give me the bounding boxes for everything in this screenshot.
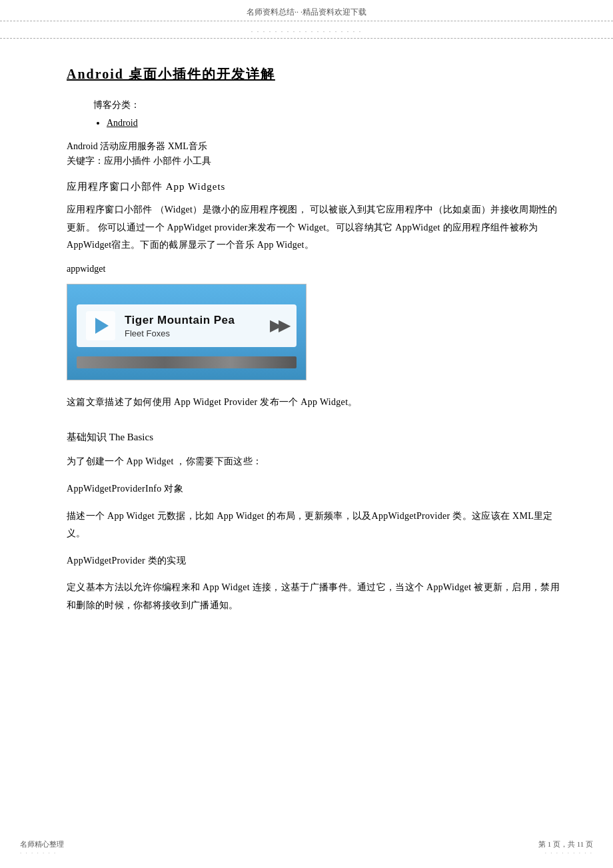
main-content: Android 桌面小插件的开发详解 博客分类： Android Android… (0, 39, 613, 664)
keywords-line1: Android 活动应用服务器 XML音乐 (67, 141, 560, 153)
widget-screenshot: Tiger Mountain Pea Fleet Foxes ▶▶ (67, 284, 306, 380)
appwidget-label: appwidget (67, 264, 560, 274)
page-header: 名师资料总结·· ·精品资料欢迎下载 · · · · · · · · · · ·… (0, 0, 613, 39)
song-artist: Fleet Foxes (125, 328, 261, 338)
widget-progress-bar (77, 356, 297, 368)
paragraph5: 定义基本方法以允许你编程来和 App Widget 连接，这基于广播事件。通过它… (67, 579, 560, 614)
basics-title: 基础知识 The Basics (67, 431, 560, 444)
paragraph2: 这篇文章描述了如何使用 App Widget Provider 发布一个 App… (67, 394, 560, 412)
appwidgetprovider-label: AppWidgetProvider 类的实现 (67, 552, 560, 570)
widget-screenshot-container: Tiger Mountain Pea Fleet Foxes ▶▶ (67, 284, 560, 380)
song-title: Tiger Mountain Pea (125, 314, 251, 327)
footer-left-dots: · · · · · · · (20, 849, 64, 856)
header-dots: · · · · · · · · · · · · · · · · · · · (0, 21, 613, 39)
next-button[interactable]: ▶▶ (270, 317, 287, 334)
page-footer: 名师精心整理 · · · · · · · 第 1 页，共 11 页 · · · … (0, 839, 613, 856)
page-title: Android 桌面小插件的开发详解 (67, 65, 560, 83)
footer-right-label: 第 1 页，共 11 页 (538, 839, 593, 849)
appwidgetproviderinfo-label: AppWidgetProviderInfo 对象 (67, 480, 560, 498)
footer-left: 名师精心整理 · · · · · · · (20, 839, 64, 856)
header-title: 名师资料总结·· ·精品资料欢迎下载 (0, 0, 613, 21)
song-info: Tiger Mountain Pea Fleet Foxes (125, 314, 261, 338)
blog-category-label: 博客分类： (93, 99, 560, 111)
section-app-widgets-title: 应用程序窗口小部件 App Widgets (67, 181, 560, 193)
paragraph1: 应用程序窗口小部件 （Widget）是微小的应用程序视图， 可以被嵌入到其它应用… (67, 201, 560, 254)
widget-inner: Tiger Mountain Pea Fleet Foxes ▶▶ (77, 304, 297, 347)
paragraph4: 描述一个 App Widget 元数据，比如 App Widget 的布局，更新… (67, 508, 560, 543)
paragraph3: 为了创建一个 App Widget ，你需要下面这些： (67, 453, 560, 471)
play-icon (95, 318, 109, 334)
footer-left-label: 名师精心整理 (20, 839, 64, 849)
footer-right: 第 1 页，共 11 页 · · · · · · · · · (538, 839, 593, 856)
blog-link-android[interactable]: Android (107, 118, 138, 128)
play-button[interactable] (86, 311, 115, 340)
blog-list: Android (107, 118, 560, 129)
footer-right-dots: · · · · · · · · · (545, 849, 593, 856)
keywords-line2: 关键字：应用小插件 小部件 小工具 (67, 155, 560, 167)
list-item: Android (107, 118, 560, 129)
basics-section: 基础知识 The Basics 为了创建一个 App Widget ，你需要下面… (67, 431, 560, 614)
